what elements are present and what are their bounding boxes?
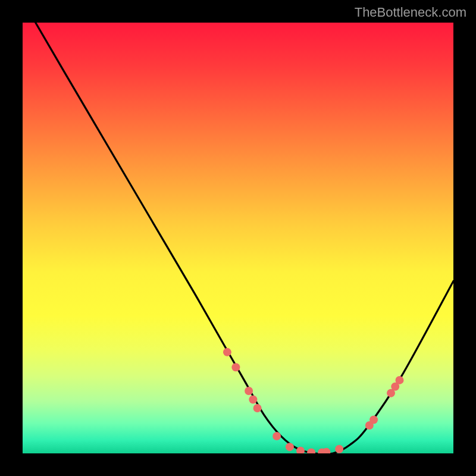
- chart-marker: [223, 348, 231, 356]
- chart-marker: [396, 376, 404, 384]
- chart-marker: [245, 387, 253, 395]
- chart-svg: [23, 23, 453, 453]
- chart-marker: [307, 449, 315, 453]
- chart-plot-area: [23, 23, 453, 453]
- watermark-text: TheBottleneck.com: [355, 5, 466, 20]
- chart-marker: [335, 445, 343, 453]
- chart-markers: [223, 348, 404, 453]
- chart-marker: [286, 443, 294, 451]
- chart-curve: [36, 23, 453, 453]
- chart-marker: [273, 432, 281, 440]
- chart-marker: [369, 416, 378, 424]
- chart-marker: [231, 363, 240, 371]
- chart-marker: [253, 404, 262, 412]
- chart-marker: [249, 396, 257, 404]
